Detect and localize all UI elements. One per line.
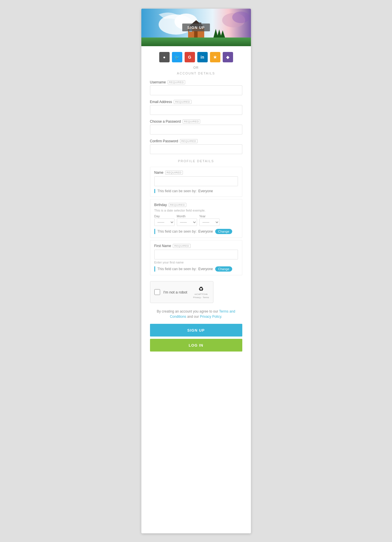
linkedin-social-btn[interactable]: in: [197, 52, 208, 62]
name-visibility-row: This field can be seen by: Everyone: [154, 189, 238, 193]
firstname-label: First Name REQUIRED: [154, 244, 238, 248]
captcha-icon: ♻: [198, 285, 204, 292]
month-label: Month: [177, 214, 197, 218]
year-label: Year: [199, 214, 220, 218]
birthday-change-button[interactable]: Change: [215, 229, 232, 234]
password-field-group: Choose a Password REQUIRED: [150, 119, 242, 134]
google-social-btn[interactable]: G: [185, 52, 195, 62]
confirm-required-badge: REQUIRED: [180, 139, 198, 143]
name-visibility-value: Everyone: [198, 189, 213, 193]
firstname-input[interactable]: [154, 250, 238, 259]
birthday-visibility-text: This field can be seen by:: [157, 229, 197, 233]
birthday-visibility-value: Everyone: [198, 229, 213, 233]
month-select[interactable]: ——: [177, 218, 197, 226]
day-select[interactable]: ——: [154, 218, 175, 226]
captcha-logo: ♻ reCAPTCHA Privacy - Terms: [193, 285, 209, 299]
or-divider: OR: [150, 66, 242, 69]
login-button[interactable]: LOG IN: [150, 339, 242, 352]
firstname-visibility-value: Everyone: [198, 267, 213, 271]
name-input[interactable]: [154, 176, 238, 186]
confirm-password-label: Confirm Password REQUIRED: [150, 139, 242, 143]
signup-container: SIGN UP ● 🐦 G in ★ ◆ OR ACCOUNT DETAILS …: [141, 9, 251, 533]
name-visibility-text: This field can be seen by:: [157, 189, 197, 193]
password-label: Choose a Password REQUIRED: [150, 119, 242, 124]
email-label: Email Address REQUIRED: [150, 100, 242, 104]
name-label: Name REQUIRED: [154, 171, 238, 175]
firstname-required-badge: REQUIRED: [173, 244, 191, 248]
firstname-block: First Name REQUIRED Enter your first nam…: [150, 240, 242, 275]
month-select-group: Month ——: [177, 214, 197, 226]
form-content: ● 🐦 G in ★ ◆ OR ACCOUNT DETAILS Username…: [141, 46, 251, 360]
captcha-area: I'm not a robot ♻ reCAPTCHA Privacy - Te…: [150, 281, 213, 303]
other-social-btn[interactable]: ◆: [223, 52, 233, 62]
captcha-label: I'm not a robot: [164, 290, 190, 294]
social-buttons-group: ● 🐦 G in ★ ◆: [150, 52, 242, 62]
banner-image: SIGN UP: [141, 9, 251, 46]
password-input[interactable]: [150, 125, 242, 134]
account-details-title: ACCOUNT DETAILS: [150, 72, 242, 75]
birthday-required-badge: REQUIRED: [169, 203, 187, 207]
svg-rect-7: [194, 31, 198, 38]
username-required-badge: REQUIRED: [168, 80, 185, 84]
captcha-privacy-text: Privacy - Terms: [193, 296, 209, 299]
firstname-visibility-row: This field can be seen by: Everyone Chan…: [154, 266, 238, 272]
birthday-hint: This is a date selector field exemple.: [154, 209, 238, 212]
birthday-label: Birthday REQUIRED: [154, 203, 238, 207]
day-label: Day: [154, 214, 175, 218]
signup-button[interactable]: SIGN UP: [150, 324, 242, 337]
email-input[interactable]: [150, 105, 242, 115]
day-select-group: Day ——: [154, 214, 175, 226]
firstname-change-button[interactable]: Change: [215, 266, 232, 272]
captcha-checkbox[interactable]: [154, 289, 160, 295]
instagram-social-btn[interactable]: ★: [210, 52, 220, 62]
username-field-group: Username REQUIRED: [150, 80, 242, 95]
password-required-badge: REQUIRED: [183, 119, 200, 124]
birthday-block: Birthday REQUIRED This is a date selecto…: [150, 199, 242, 238]
wordpress-social-btn[interactable]: ●: [159, 52, 170, 62]
svg-rect-1: [141, 38, 251, 46]
firstname-hint: Enter your first name: [154, 261, 238, 264]
name-block: Name REQUIRED This field can be seen by:…: [150, 167, 242, 197]
svg-point-13: [232, 12, 250, 23]
profile-details-title: PROFILE DETAILS: [150, 159, 242, 163]
firstname-visibility-text: This field can be seen by:: [157, 267, 197, 271]
username-label: Username REQUIRED: [150, 80, 242, 84]
captcha-recaptcha-text: reCAPTCHA: [194, 293, 207, 296]
privacy-policy-link[interactable]: Privacy Policy: [200, 315, 221, 319]
banner-title: SIGN UP: [182, 24, 210, 31]
twitter-social-btn[interactable]: 🐦: [172, 52, 182, 62]
email-field-group: Email Address REQUIRED: [150, 100, 242, 115]
date-selectors: Day —— Month —— Year ——: [154, 214, 238, 226]
name-required-badge: REQUIRED: [165, 171, 183, 175]
terms-text: By creating an account you agree to our …: [150, 309, 242, 319]
confirm-password-input[interactable]: [150, 144, 242, 154]
year-select[interactable]: ——: [199, 218, 220, 226]
birthday-visibility-row: This field can be seen by: Everyone Chan…: [154, 229, 238, 234]
confirm-password-field-group: Confirm Password REQUIRED: [150, 139, 242, 154]
username-input[interactable]: [150, 85, 242, 95]
email-required-badge: REQUIRED: [174, 100, 192, 104]
year-select-group: Year ——: [199, 214, 220, 226]
